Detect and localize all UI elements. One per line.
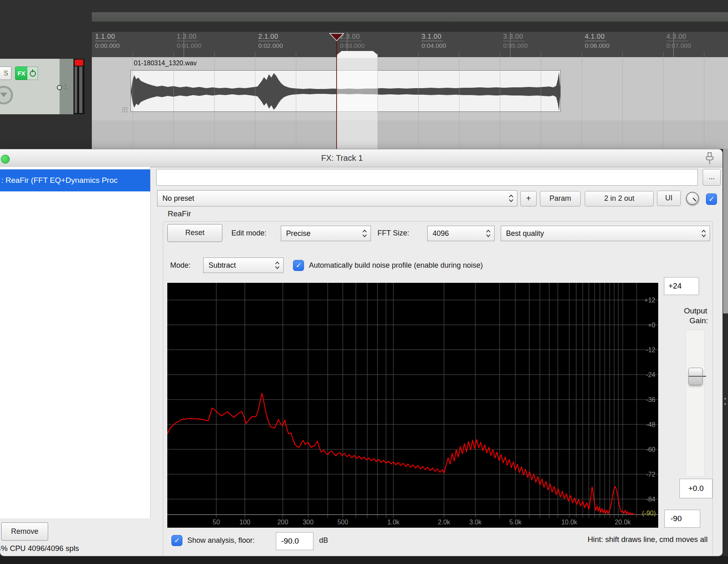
resize-grip-icon[interactable] [122,107,128,112]
remove-fx-button[interactable]: Remove [1,522,48,541]
fft-size-label: FFT Size: [377,229,409,238]
io-routing-button[interactable]: 2 in 2 out [585,191,654,207]
vu-meter[interactable] [73,59,84,114]
beat-stub [255,52,255,57]
show-analysis-checkbox[interactable]: ✓ [171,535,182,546]
fx-list-item-reafir[interactable]: : ReaFir (FFT EQ+Dynamics Proc [0,169,150,191]
beat-stub [214,52,215,57]
screen: 1.1.000:00.0001.3.000:01.0002.1.000:02.0… [0,0,728,564]
analysis-trace [167,393,635,515]
power-icon [30,71,36,77]
mode-value: Subtract [209,258,236,273]
wet-dry-knob[interactable] [686,192,699,205]
param-button[interactable]: Param [540,191,581,207]
auto-noise-profile-checkbox[interactable]: ✓ [293,260,304,271]
freq-tick-label: 200 [277,519,289,526]
ruler-label: 4.1.000:06.000 [585,33,609,49]
stepper-icon [275,261,280,270]
more-button[interactable]: ... [703,169,721,186]
freq-tick-label: 100 [240,519,251,526]
fft-size-value: 4096 [433,226,449,241]
track-control-panel[interactable]: S FX 1 [0,59,84,114]
beat-grid-line [337,57,337,149]
record-arm-button[interactable] [57,85,62,90]
fx-list-panel[interactable]: : ReaFir (FFT EQ+Dynamics Proc [0,167,151,518]
vu-bar-left [75,67,77,113]
reset-button[interactable]: Reset [167,224,222,242]
beat-grid-line [704,57,704,149]
ruler-label: 1.3.000:01.000 [177,33,201,49]
beat-stub [418,52,419,57]
solo-button[interactable]: S [0,67,11,80]
beat-stub [541,52,541,57]
ui-toggle-button[interactable]: UI [657,191,681,206]
beat-grid-line [255,57,255,149]
edit-mode-dropdown[interactable]: Precise [281,226,371,241]
track-fold-button[interactable] [0,86,13,104]
freq-tick-label: 300 [303,519,314,526]
db-unit-label: dB [319,536,328,545]
mode-dropdown[interactable]: Subtract [203,258,284,273]
playhead-marker[interactable] [329,33,344,42]
horizontal-scrollbar[interactable] [92,12,728,22]
freq-tick-label: 50 [213,519,220,526]
scroll-dot [724,403,726,405]
output-gain-field[interactable]: +0.0 [679,479,712,498]
background-right-strip [723,313,728,564]
auto-noise-profile-label: Automatically build noise profile (enabl… [309,261,483,270]
arrange-background[interactable] [92,120,728,149]
window-bottom-gap [0,556,728,564]
vertical-scrollbar[interactable] [723,149,728,313]
db-tick-label: -60 [646,446,655,453]
beat-grid-line [296,57,296,149]
add-preset-button[interactable]: + [520,191,537,207]
loop-selection-marker[interactable] [337,51,377,58]
window-titlebar[interactable]: FX: Track 1 [0,149,722,167]
output-gain-slider-track[interactable] [686,330,705,477]
db-tick-label: -36 [646,396,655,403]
output-gain-slider-thumb[interactable] [688,368,703,385]
beat-grid-line [541,57,541,149]
track-fx-button[interactable]: FX [15,67,28,80]
timeline-ruler[interactable]: 1.1.000:00.0001.3.000:01.0002.1.000:02.0… [92,32,728,57]
beat-stub [173,52,174,57]
edit-mode-value: Precise [286,226,311,241]
clip-indicator[interactable] [75,60,83,66]
beat-stub [704,52,704,57]
spectrum-display[interactable]: +12+0-12-24-36-48-60-72-84(-90)501002003… [167,283,658,528]
ruler-label: 1.1.000:00.000 [95,33,120,49]
db-tick-label: -48 [646,421,655,428]
range-floor-field[interactable]: -90 [664,510,700,528]
pin-icon[interactable] [703,151,717,166]
db-tick-label: +0 [648,322,655,329]
preset-dropdown[interactable]: No preset [157,190,517,207]
beat-stub [296,52,296,57]
media-item-label: 01-180314_1320.wav [134,60,197,67]
window-title: FX: Track 1 [0,153,684,163]
fx-enable-checkbox[interactable]: ✓ [706,193,717,205]
db-tick-label: +12 [644,297,655,304]
beat-grid-line [582,57,582,149]
freq-tick-label: 2.0k [438,519,451,526]
ruler-label: 3.3.000:05.000 [503,33,528,49]
output-gain-label: Output [666,306,707,315]
fft-size-dropdown[interactable]: 4096 [427,226,495,241]
db-tick-label: -84 [646,496,655,503]
beat-stub [133,52,133,57]
output-gain-label2: Gain: [666,316,708,325]
freq-tick-label: 3.0k [469,519,482,526]
analysis-floor-field[interactable]: -90.0 [276,532,313,550]
db-tick-label: -12 [646,346,655,353]
beat-grid-line [173,57,174,149]
hint-text: Hint: shift draws line, cmd moves all [449,535,708,544]
time-selection-overlay[interactable] [337,58,378,149]
db-tick-label: -72 [646,471,655,478]
scroll-dot [724,398,726,400]
quality-dropdown[interactable]: Best quality [501,226,710,241]
beat-stub [663,52,664,57]
range-top-field[interactable]: +24 [664,277,699,295]
fx-bypass-button[interactable] [27,67,38,80]
beat-stub [377,52,378,57]
freq-tick-label: 10.0k [561,519,577,526]
fx-comment-field[interactable] [156,169,698,186]
